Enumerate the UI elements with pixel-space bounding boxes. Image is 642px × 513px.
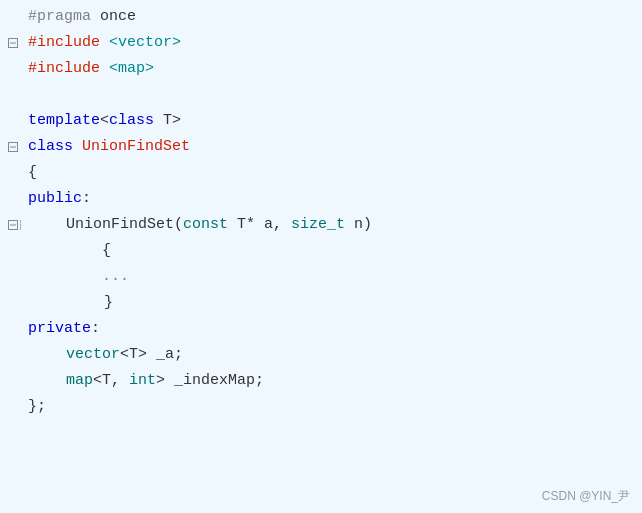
code-token: <vector> [109,31,181,55]
code-token: class [109,109,154,133]
code-token: public [28,187,82,211]
code-line: #include <vector> [0,30,642,56]
code-line [0,82,642,108]
code-line: #include <map> [0,56,642,82]
code-token: } [104,291,113,315]
code-token: > _indexMap; [156,369,264,393]
code-token: : [91,317,100,341]
code-editor: #pragma once#include <vector>#include <m… [0,0,642,513]
vline [20,142,28,152]
code-token: #include [28,57,109,81]
code-token: vector [66,343,120,367]
code-token: UnionFindSet [82,135,190,159]
code-line: vector<T> _a; [0,342,642,368]
code-line: }; [0,394,642,420]
code-token: n) [345,213,372,237]
watermark: CSDN @YIN_尹 [542,488,630,505]
code-token: map [66,369,93,393]
code-token: private [28,317,91,341]
code-token: <map> [109,57,154,81]
vline [20,38,28,48]
code-token: < [100,109,109,133]
code-line: } [0,290,642,316]
code-token: ( [174,213,183,237]
code-token: template [28,109,100,133]
code-token: UnionFindSet [66,213,174,237]
code-token: #pragma [28,5,100,29]
fold-marker[interactable] [6,220,20,230]
code-line: template<class T> [0,108,642,134]
code-token: { [102,239,111,263]
code-token: { [28,161,37,185]
code-line: UnionFindSet(const T* a, size_t n) [0,212,642,238]
code-line: public: [0,186,642,212]
code-token: <T, [93,369,129,393]
code-token: size_t [291,213,345,237]
code-line: map<T, int> _indexMap; [0,368,642,394]
code-line: #pragma once [0,4,642,30]
code-token: T* a, [228,213,291,237]
fold-marker[interactable] [6,38,20,48]
code-token: : [82,187,91,211]
code-token: class [28,135,82,159]
code-token: ... [102,265,129,289]
code-token: const [183,213,228,237]
code-token: }; [28,395,46,419]
fold-marker[interactable] [6,142,20,152]
code-line: private: [0,316,642,342]
code-token: T> [154,109,181,133]
code-line: { [0,238,642,264]
code-line: { [0,160,642,186]
code-line: ... [0,264,642,290]
code-token: int [129,369,156,393]
code-token: <T> _a; [120,343,183,367]
code-line: class UnionFindSet [0,134,642,160]
code-token: once [100,5,136,29]
code-token: #include [28,31,109,55]
code-area: #pragma once#include <vector>#include <m… [0,0,642,424]
vline [20,220,28,230]
